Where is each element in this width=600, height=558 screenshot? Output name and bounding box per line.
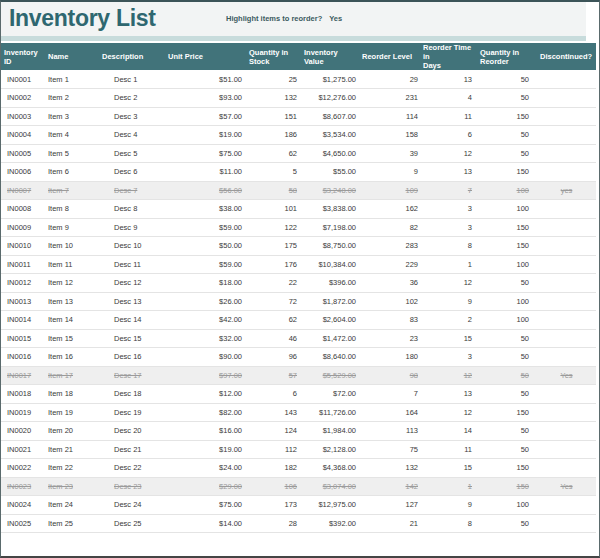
- cell-inventory-id[interactable]: IN0014: [1, 311, 45, 330]
- cell-name[interactable]: Item 15: [45, 329, 99, 348]
- cell-quantity-in-stock[interactable]: 62: [246, 144, 301, 163]
- cell-reorder-level[interactable]: 229: [359, 255, 420, 274]
- cell-reorder-level[interactable]: 83: [359, 311, 420, 330]
- cell-reorder-level[interactable]: 102: [359, 292, 420, 311]
- cell-inventory-value[interactable]: $3,838.00: [301, 200, 359, 219]
- cell-reorder-time-in-days[interactable]: 2: [420, 311, 477, 330]
- cell-reorder-time-in-days[interactable]: 11: [420, 440, 477, 459]
- cell-inventory-id[interactable]: IN0006: [1, 163, 45, 182]
- cell-inventory-value[interactable]: $1,275.00: [301, 70, 359, 89]
- cell-quantity-in-reorder[interactable]: 50: [477, 126, 537, 145]
- cell-description[interactable]: Desc 17: [99, 366, 165, 385]
- cell-reorder-time-in-days[interactable]: 11: [420, 107, 477, 126]
- cell-reorder-level[interactable]: 36: [359, 274, 420, 293]
- cell-inventory-id[interactable]: IN0005: [1, 144, 45, 163]
- cell-quantity-in-reorder[interactable]: 100: [477, 200, 537, 219]
- cell-name[interactable]: Item 5: [45, 144, 99, 163]
- cell-inventory-id[interactable]: IN0024: [1, 496, 45, 515]
- cell-quantity-in-stock[interactable]: 101: [246, 200, 301, 219]
- cell-reorder-level[interactable]: 283: [359, 237, 420, 256]
- cell-name[interactable]: Item 19: [45, 403, 99, 422]
- cell-unit-price[interactable]: $24.00: [165, 459, 246, 478]
- cell-name[interactable]: Item 20: [45, 422, 99, 441]
- cell-reorder-level[interactable]: 164: [359, 403, 420, 422]
- cell-quantity-in-reorder[interactable]: 50: [477, 70, 537, 89]
- cell-description[interactable]: Desc 14: [99, 311, 165, 330]
- cell-reorder-time-in-days[interactable]: 4: [420, 89, 477, 108]
- cell-name[interactable]: Item 6: [45, 163, 99, 182]
- cell-inventory-value[interactable]: $1,872.00: [301, 292, 359, 311]
- cell-reorder-level[interactable]: 158: [359, 126, 420, 145]
- cell-quantity-in-stock[interactable]: 132: [246, 89, 301, 108]
- cell-quantity-in-reorder[interactable]: 150: [477, 237, 537, 256]
- cell-quantity-in-reorder[interactable]: 150: [477, 218, 537, 237]
- cell-name[interactable]: Item 25: [45, 514, 99, 533]
- cell-description[interactable]: Desc 6: [99, 163, 165, 182]
- cell-inventory-id[interactable]: IN0022: [1, 459, 45, 478]
- cell-discontinued[interactable]: [537, 459, 596, 478]
- cell-quantity-in-stock[interactable]: 25: [246, 70, 301, 89]
- cell-inventory-id[interactable]: IN0017: [1, 366, 45, 385]
- cell-description[interactable]: Desc 8: [99, 200, 165, 219]
- cell-reorder-time-in-days[interactable]: 13: [420, 163, 477, 182]
- cell-unit-price[interactable]: $82.00: [165, 403, 246, 422]
- cell-discontinued[interactable]: [537, 218, 596, 237]
- cell-inventory-value[interactable]: $396.00: [301, 274, 359, 293]
- cell-reorder-time-in-days[interactable]: 15: [420, 459, 477, 478]
- cell-description[interactable]: Desc 21: [99, 440, 165, 459]
- cell-reorder-level[interactable]: 9: [359, 163, 420, 182]
- cell-inventory-id[interactable]: IN0001: [1, 70, 45, 89]
- cell-unit-price[interactable]: $38.00: [165, 200, 246, 219]
- cell-quantity-in-stock[interactable]: 182: [246, 459, 301, 478]
- cell-name[interactable]: Item 21: [45, 440, 99, 459]
- cell-name[interactable]: Item 2: [45, 89, 99, 108]
- cell-unit-price[interactable]: $11.00: [165, 163, 246, 182]
- cell-inventory-value[interactable]: $8,750.00: [301, 237, 359, 256]
- cell-inventory-id[interactable]: IN0008: [1, 200, 45, 219]
- cell-inventory-value[interactable]: $4,650.00: [301, 144, 359, 163]
- cell-quantity-in-stock[interactable]: 46: [246, 329, 301, 348]
- cell-discontinued[interactable]: [537, 274, 596, 293]
- cell-quantity-in-stock[interactable]: 62: [246, 311, 301, 330]
- cell-description[interactable]: Desc 15: [99, 329, 165, 348]
- cell-quantity-in-stock[interactable]: 176: [246, 255, 301, 274]
- cell-unit-price[interactable]: $90.00: [165, 348, 246, 367]
- cell-inventory-value[interactable]: $11,726.00: [301, 403, 359, 422]
- cell-unit-price[interactable]: $75.00: [165, 496, 246, 515]
- cell-inventory-value[interactable]: $10,384.00: [301, 255, 359, 274]
- cell-unit-price[interactable]: $19.00: [165, 126, 246, 145]
- cell-reorder-level[interactable]: 142: [359, 477, 420, 496]
- cell-reorder-time-in-days[interactable]: 3: [420, 218, 477, 237]
- cell-reorder-level[interactable]: 23: [359, 329, 420, 348]
- cell-quantity-in-stock[interactable]: 112: [246, 440, 301, 459]
- cell-discontinued[interactable]: [537, 255, 596, 274]
- cell-inventory-id[interactable]: IN0021: [1, 440, 45, 459]
- cell-name[interactable]: Item 16: [45, 348, 99, 367]
- cell-quantity-in-stock[interactable]: 186: [246, 126, 301, 145]
- cell-reorder-time-in-days[interactable]: 8: [420, 514, 477, 533]
- cell-reorder-time-in-days[interactable]: 1: [420, 477, 477, 496]
- cell-quantity-in-reorder[interactable]: 100: [477, 496, 537, 515]
- cell-discontinued[interactable]: [537, 348, 596, 367]
- cell-unit-price[interactable]: $42.00: [165, 311, 246, 330]
- cell-reorder-time-in-days[interactable]: 13: [420, 385, 477, 404]
- cell-inventory-value[interactable]: $8,640.00: [301, 348, 359, 367]
- cell-name[interactable]: Item 4: [45, 126, 99, 145]
- cell-inventory-id[interactable]: IN0023: [1, 477, 45, 496]
- cell-discontinued[interactable]: [537, 163, 596, 182]
- cell-name[interactable]: Item 22: [45, 459, 99, 478]
- cell-quantity-in-reorder[interactable]: 100: [477, 255, 537, 274]
- cell-name[interactable]: Item 11: [45, 255, 99, 274]
- cell-quantity-in-stock[interactable]: 58: [246, 181, 301, 200]
- cell-inventory-value[interactable]: $3,248.00: [301, 181, 359, 200]
- cell-quantity-in-reorder[interactable]: 50: [477, 422, 537, 441]
- cell-inventory-id[interactable]: IN0011: [1, 255, 45, 274]
- cell-reorder-time-in-days[interactable]: 6: [420, 126, 477, 145]
- cell-quantity-in-reorder[interactable]: 50: [477, 329, 537, 348]
- cell-name[interactable]: Item 13: [45, 292, 99, 311]
- cell-name[interactable]: Item 12: [45, 274, 99, 293]
- cell-reorder-time-in-days[interactable]: 12: [420, 274, 477, 293]
- cell-inventory-id[interactable]: IN0004: [1, 126, 45, 145]
- cell-reorder-level[interactable]: 114: [359, 107, 420, 126]
- cell-quantity-in-stock[interactable]: 151: [246, 107, 301, 126]
